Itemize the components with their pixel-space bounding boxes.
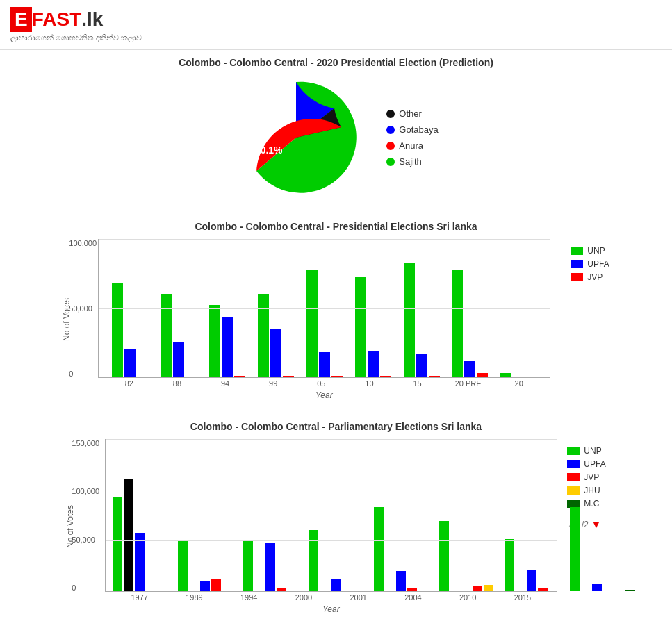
legend-label-unp-1: UNP (587, 246, 605, 256)
x-label: 1977 (129, 593, 150, 602)
bar-group (243, 540, 309, 591)
bar-chart2-section: Colombo - Colombo Central - Parliamentar… (14, 421, 658, 614)
pie-chart-container: 80.1% Other Gotabaya Anura Sajith (14, 75, 658, 200)
bar (200, 581, 210, 591)
legend-color-jhu-2 (567, 486, 580, 495)
bar-chart2-x-label: Year (105, 604, 557, 614)
bar (592, 584, 602, 591)
legend-upfa-1: UPFA (571, 259, 609, 269)
bar-chart1-section: Colombo - Colombo Central - Presidential… (14, 221, 658, 400)
x-label: 15 (407, 379, 428, 388)
pie-chart: 80.1% (233, 75, 359, 200)
legend-label-jvp-1: JVP (587, 272, 603, 282)
legend-label-upfa-1: UPFA (587, 259, 609, 269)
bar-group (258, 294, 294, 377)
pie-chart-title: Colombo - Colombo Central - 2020 Preside… (14, 57, 658, 68)
bar (505, 539, 514, 591)
bar-group (306, 270, 343, 377)
legend-dot-anura (386, 142, 395, 150)
bar (439, 521, 449, 591)
logo-fast: FAST (32, 8, 82, 31)
bar-group (505, 539, 570, 591)
legend-dot-other (386, 110, 395, 118)
bar (404, 263, 415, 377)
bar (368, 351, 379, 377)
bar (258, 294, 269, 377)
pie-legend: Other Gotabaya Anura Sajith (386, 108, 438, 167)
bar-group (209, 305, 245, 377)
bar (396, 571, 406, 591)
legend-dot-sajith (386, 158, 395, 166)
legend-color-jvp-1 (571, 273, 583, 281)
bar (161, 294, 172, 377)
bar (625, 590, 635, 591)
y-tick-0: 0 (69, 370, 97, 378)
bar (464, 361, 475, 377)
bar (270, 329, 281, 377)
bar (283, 376, 294, 377)
header: EFAST.lk ලාභාරාගෙන් ශොභවතිත දකින්ව කලාව (0, 0, 672, 50)
bar (243, 540, 253, 591)
bar-chart1-title: Colombo - Colombo Central - Presidential… (14, 221, 658, 232)
bar (211, 579, 221, 591)
bar (319, 352, 330, 377)
bar (222, 317, 233, 377)
legend-item-sajith: Sajith (386, 156, 438, 167)
bar (265, 543, 275, 591)
legend-dot-gotabaya (386, 126, 395, 134)
logo-subtitle: ලාභාරාගෙන් ශොභවතිත දකින්ව කලාව (10, 33, 662, 42)
main-content: Colombo - Colombo Central - 2020 Preside… (0, 50, 672, 619)
y-tick-0-2: 0 (72, 584, 99, 592)
x-label: 82 (119, 379, 140, 388)
bar (484, 585, 493, 591)
bar (178, 540, 188, 591)
bar (527, 570, 536, 591)
bar (374, 507, 384, 591)
bar-group (112, 283, 148, 377)
bar (135, 533, 145, 591)
bar (234, 376, 245, 377)
legend-label-upfa-2: UPFA (584, 459, 605, 469)
x-label: 20 PRE (455, 379, 482, 388)
bar (277, 588, 286, 591)
legend-label-other: Other (399, 108, 422, 119)
bar-group (178, 540, 243, 591)
x-label: 94 (215, 379, 236, 388)
bar-group (439, 521, 505, 591)
x-label: 1989 (183, 593, 204, 602)
bar (124, 349, 136, 377)
legend-item-gotabaya: Gotabaya (386, 124, 438, 135)
bar (113, 497, 122, 591)
y-tick-100k: 100,000 (69, 239, 97, 247)
bar-group (355, 277, 391, 377)
logo-lk: .lk (81, 8, 103, 31)
x-label: 88 (167, 379, 188, 388)
bar (538, 588, 548, 591)
bar (331, 579, 341, 591)
bar (570, 507, 580, 591)
bar-chart1-x-label: Year (98, 390, 550, 400)
legend-label-jvp-2: JVP (584, 472, 599, 482)
bar (416, 354, 427, 377)
bar-group (500, 373, 536, 377)
legend-color-unp-1 (571, 247, 583, 255)
bar-group (309, 530, 374, 591)
legend-label-jhu-2: JHU (584, 486, 600, 495)
x-label: 2004 (402, 593, 423, 602)
bar (477, 373, 488, 377)
bar (209, 305, 220, 377)
legend-color-unp-2 (567, 447, 580, 455)
logo-e: E (10, 7, 32, 32)
legend-label-anura: Anura (399, 140, 423, 151)
bar (306, 270, 318, 377)
legend-item-anura: Anura (386, 140, 438, 151)
bar-group (113, 479, 178, 591)
pie-center-label: 80.1% (255, 145, 283, 156)
bar (124, 479, 133, 591)
bar-group (374, 507, 439, 591)
pie-chart-section: Colombo - Colombo Central - 2020 Preside… (14, 57, 658, 200)
legend-color-upfa-2 (567, 460, 580, 468)
bar (173, 342, 184, 377)
x-label: 99 (263, 379, 284, 388)
legend-label-unp-2: UNP (584, 446, 601, 456)
